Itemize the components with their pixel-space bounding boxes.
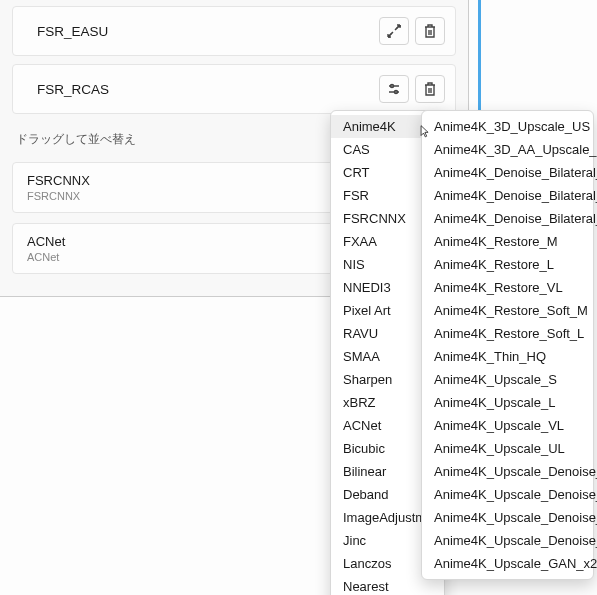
submenu-item[interactable]: Anime4K_Restore_VL <box>422 276 593 299</box>
effect-label: FSR_RCAS <box>37 82 373 97</box>
reorder-hint: ドラッグして並べ替え <box>16 132 354 147</box>
submenu-item[interactable]: Anime4K_Upscale_GAN_x2_S <box>422 552 593 575</box>
submenu-item[interactable]: Anime4K_Denoise_Bilateral_Mode <box>422 207 593 230</box>
submenu-item[interactable]: Anime4K_3D_Upscale_US <box>422 115 593 138</box>
effect-row-fsr-easu[interactable]: FSR_EASU <box>12 6 456 56</box>
submenu-item[interactable]: Anime4K_Upscale_Denoise_UL <box>422 529 593 552</box>
trash-icon <box>423 82 437 96</box>
delete-button[interactable] <box>415 17 445 45</box>
submenu-item[interactable]: Anime4K_Upscale_Denoise_S <box>422 460 593 483</box>
submenu-item[interactable]: Anime4K_Upscale_Denoise_L <box>422 483 593 506</box>
submenu-item[interactable]: Anime4K_Restore_Soft_M <box>422 299 593 322</box>
expand-icon <box>387 24 401 38</box>
submenu-item[interactable]: Anime4K_Upscale_VL <box>422 414 593 437</box>
submenu-item[interactable]: Anime4K_Upscale_L <box>422 391 593 414</box>
submenu-item[interactable]: Anime4K_Denoise_Bilateral_Median <box>422 184 593 207</box>
submenu-item[interactable]: Anime4K_Upscale_Denoise_VL <box>422 506 593 529</box>
submenu-item[interactable]: Anime4K_Upscale_UL <box>422 437 593 460</box>
expand-button[interactable] <box>379 17 409 45</box>
submenu-item[interactable]: Anime4K_Upscale_S <box>422 368 593 391</box>
effect-label: FSR_EASU <box>37 24 373 39</box>
submenu-item[interactable]: Anime4K_3D_AA_Upscale_US <box>422 138 593 161</box>
sliders-icon <box>387 82 401 96</box>
submenu-item[interactable]: Anime4K_Restore_Soft_L <box>422 322 593 345</box>
delete-button[interactable] <box>415 75 445 103</box>
submenu-item[interactable]: Anime4K_Restore_L <box>422 253 593 276</box>
anime4k-submenu: Anime4K_3D_Upscale_US Anime4K_3D_AA_Upsc… <box>421 110 594 580</box>
submenu-item[interactable]: Anime4K_Restore_M <box>422 230 593 253</box>
trash-icon <box>423 24 437 38</box>
submenu-item[interactable]: Anime4K_Thin_HQ <box>422 345 593 368</box>
settings-button[interactable] <box>379 75 409 103</box>
effect-row-fsr-rcas[interactable]: FSR_RCAS <box>12 64 456 114</box>
submenu-item[interactable]: Anime4K_Denoise_Bilateral_Mean <box>422 161 593 184</box>
